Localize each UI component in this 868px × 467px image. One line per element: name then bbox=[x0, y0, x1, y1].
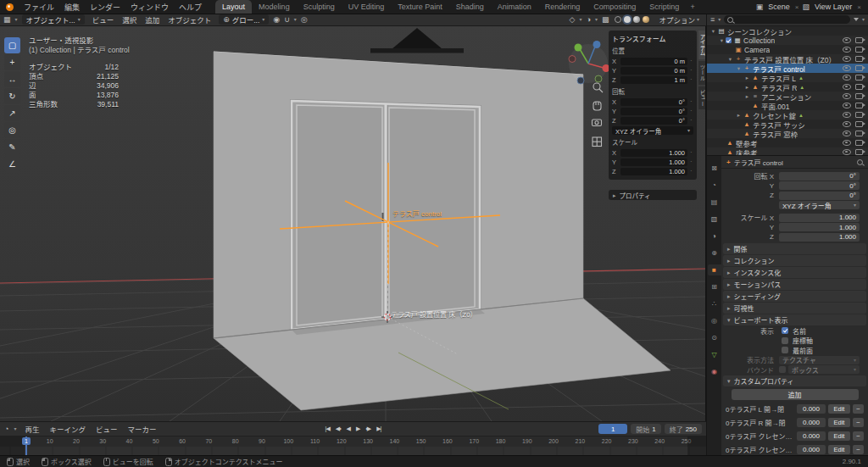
scale-number-field[interactable]: 1.000 bbox=[620, 158, 687, 166]
menubar-item[interactable]: 編集 bbox=[59, 0, 85, 14]
viewport-menu-item[interactable]: 選択 bbox=[119, 14, 140, 25]
view-layer-selector[interactable]: View Layer bbox=[813, 3, 854, 11]
edit-custom-property-button[interactable]: Edit bbox=[828, 431, 850, 441]
remove-custom-property-button[interactable]: − bbox=[853, 431, 864, 441]
material-preview-icon[interactable] bbox=[633, 16, 640, 23]
disable-render-toggle[interactable] bbox=[855, 47, 863, 53]
checkbox[interactable] bbox=[782, 327, 788, 334]
expand-arrow-icon[interactable]: ▾ bbox=[718, 37, 726, 44]
expand-arrow-icon[interactable]: ▸ bbox=[743, 93, 751, 100]
disable-render-toggle[interactable] bbox=[855, 149, 863, 155]
outliner-item-camera[interactable]: ▣ Camera ▲ bbox=[707, 45, 868, 54]
decorator-icon[interactable]: · bbox=[690, 67, 693, 74]
hide-viewport-toggle[interactable] bbox=[843, 47, 851, 53]
outliner-item-scene-collection[interactable]: ▾ ▤ シーンコレクション ▲ bbox=[707, 26, 868, 36]
hide-viewport-toggle[interactable] bbox=[843, 103, 851, 108]
tab-constraints[interactable]: ⊙ bbox=[708, 332, 721, 343]
filter-icon[interactable] bbox=[854, 18, 859, 21]
decorator-icon[interactable]: · bbox=[690, 158, 693, 165]
rotation-mode-dropdown[interactable]: XYZ オイラー角 ▾ bbox=[779, 201, 860, 209]
cursor-tool[interactable]: + bbox=[4, 54, 20, 70]
next-keyframe-button[interactable]: •▶ bbox=[364, 425, 372, 432]
outliner-item-terrace-door-l[interactable]: ▸ ▲ テラス戸 L ▲ bbox=[707, 73, 868, 82]
menubar-item[interactable]: ファイル bbox=[19, 0, 59, 14]
measure-tool[interactable]: ∠ bbox=[4, 156, 20, 172]
rotation-number-field[interactable]: 0° bbox=[620, 98, 687, 106]
expand-arrow-icon[interactable]: ▸ bbox=[743, 75, 751, 81]
unlink-view-layer-icon[interactable]: × bbox=[857, 3, 861, 11]
workspace-tab[interactable]: Scripting bbox=[643, 0, 686, 14]
expand-arrow-icon[interactable]: ▾ bbox=[709, 28, 717, 35]
expand-arrow-icon[interactable]: ▾ bbox=[726, 56, 734, 63]
rotation-number-field[interactable]: 0° bbox=[779, 172, 860, 181]
outliner-item-terrace-door-frame[interactable]: ▲ テラス戸 窓枠 ▲ bbox=[707, 129, 868, 138]
remove-custom-property-button[interactable]: − bbox=[853, 445, 864, 454]
workspace-tab[interactable]: Shading bbox=[449, 0, 491, 14]
scale-tool[interactable]: ↗ bbox=[4, 105, 20, 121]
bounds-checkbox[interactable] bbox=[779, 366, 786, 373]
n-panel-properties-tab[interactable]: ▸ プロパティ bbox=[609, 190, 697, 200]
hide-viewport-toggle[interactable] bbox=[843, 121, 851, 127]
timeline-menu-item[interactable]: ビュー bbox=[92, 424, 121, 434]
scale-number-field[interactable]: 1.000 bbox=[779, 223, 860, 231]
workspace-tab[interactable]: Sculpting bbox=[297, 0, 342, 14]
frame-start-field[interactable]: 開始 1 bbox=[631, 424, 660, 434]
hide-viewport-toggle[interactable] bbox=[843, 112, 851, 118]
hide-viewport-toggle[interactable] bbox=[843, 65, 851, 71]
hide-viewport-toggle[interactable] bbox=[843, 93, 851, 99]
workspace-tab[interactable]: UV Editing bbox=[342, 0, 392, 14]
outliner-search-input[interactable] bbox=[724, 15, 850, 24]
proportional-editing-icon[interactable]: ◎ bbox=[301, 16, 308, 24]
properties-search-icon[interactable] bbox=[857, 159, 863, 165]
menubar-item[interactable]: レンダー bbox=[85, 0, 125, 14]
breadcrumb-object-name[interactable]: テラス戸 control bbox=[734, 158, 783, 167]
n-panel-side-tab[interactable]: ビュー bbox=[698, 86, 706, 110]
decorator-icon[interactable]: · bbox=[690, 76, 693, 83]
outliner-item-animation[interactable]: ▸ ≡ アニメーション ▲ bbox=[707, 92, 868, 101]
tab-object[interactable]: ■ bbox=[708, 264, 721, 275]
disable-render-toggle[interactable] bbox=[855, 93, 863, 99]
properties-section-header[interactable]: ▸ シェーディング bbox=[723, 291, 866, 302]
timeline-editor-icon[interactable]: ◔ bbox=[4, 425, 8, 433]
outliner-item-collection[interactable]: ▾ ▦ Collection ▲ bbox=[707, 36, 868, 45]
hide-viewport-toggle[interactable] bbox=[843, 75, 851, 81]
pivot-point-icon[interactable]: ◉ bbox=[273, 16, 280, 24]
custom-property-value-field[interactable]: 0.000 bbox=[797, 431, 826, 441]
annotate-tool[interactable]: ✎ bbox=[4, 139, 20, 155]
tab-data[interactable]: ▽ bbox=[708, 349, 721, 360]
outliner-item-floor-reference[interactable]: ▲ 床参考 ▲ bbox=[707, 147, 868, 156]
hide-viewport-toggle[interactable] bbox=[843, 131, 851, 136]
scale-number-field[interactable]: 1.000 bbox=[620, 149, 687, 157]
tab-physics[interactable]: ◎ bbox=[708, 315, 721, 326]
expand-arrow-icon[interactable]: ▾ bbox=[735, 65, 743, 72]
location-number-field[interactable]: 0 m bbox=[620, 58, 687, 65]
viewport-display-section-header[interactable]: ▾ ビューポート表示 bbox=[723, 314, 866, 325]
hide-viewport-toggle[interactable] bbox=[843, 149, 851, 155]
disable-render-toggle[interactable] bbox=[855, 84, 863, 90]
outliner-item-plane-001[interactable]: ▲ 平面.001 ▲ bbox=[707, 101, 868, 110]
edit-custom-property-button[interactable]: Edit bbox=[828, 404, 850, 414]
play-reverse-button[interactable]: ◀ bbox=[345, 425, 352, 432]
remove-custom-property-button[interactable]: − bbox=[853, 418, 864, 427]
current-frame-field[interactable]: 1 bbox=[598, 424, 627, 434]
add-custom-property-button[interactable]: 追加 bbox=[732, 389, 859, 400]
rotation-number-field[interactable]: 0° bbox=[779, 181, 860, 190]
scale-number-field[interactable]: 1.000 bbox=[620, 168, 687, 175]
transform-tool[interactable]: ◎ bbox=[4, 122, 20, 138]
scale-number-field[interactable]: 1.000 bbox=[779, 233, 860, 242]
decorator-icon[interactable]: · bbox=[690, 117, 693, 124]
n-panel-side-tab[interactable]: アイテム bbox=[698, 31, 706, 59]
prev-keyframe-button[interactable]: ◀• bbox=[334, 425, 342, 432]
location-number-field[interactable]: 0 m bbox=[620, 67, 687, 75]
expand-arrow-icon[interactable]: ▸ bbox=[735, 112, 743, 119]
custom-property-value-field[interactable]: 0.000 bbox=[797, 404, 826, 414]
viewport-menu-item[interactable]: ビュー bbox=[89, 14, 118, 25]
disable-render-toggle[interactable] bbox=[855, 65, 863, 71]
timeline-menu-item[interactable]: キーイング bbox=[46, 424, 89, 434]
workspace-tab[interactable]: Animation bbox=[491, 0, 538, 14]
options-dropdown[interactable]: オプション ▾ bbox=[655, 14, 703, 25]
timeline-menu-item[interactable]: マーカー bbox=[125, 424, 160, 434]
collection-exclude-checkbox[interactable] bbox=[726, 37, 732, 43]
outliner-editor-icon[interactable]: ≡ bbox=[710, 16, 715, 24]
decorator-icon[interactable]: · bbox=[690, 98, 693, 105]
